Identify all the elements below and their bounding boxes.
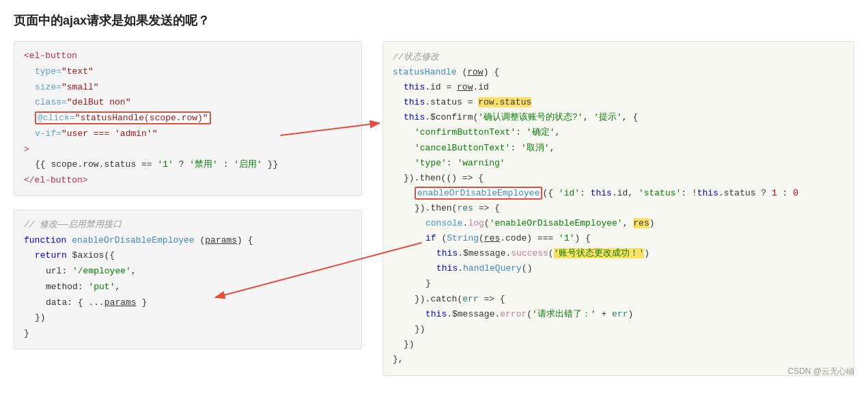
- r-line-16: this.$message.error('请求出错了：' + err): [393, 307, 844, 322]
- code-line-4: class="delBut non": [24, 95, 352, 111]
- r-line-18: }): [393, 337, 844, 352]
- r-line-6: 'cancelButtonText': '取消',: [393, 141, 844, 156]
- watermark: CSDN @云无心岫: [787, 366, 854, 377]
- r-line-19: },: [393, 352, 844, 367]
- r-line-17: }): [393, 322, 844, 337]
- content-area: <el-button type="text" size="small" clas…: [14, 41, 854, 376]
- left-bottom-code: // 修改——启用禁用接口 function enableOrDisableEm…: [14, 210, 362, 349]
- left-panel: <el-button type="text" size="small" clas…: [14, 41, 362, 376]
- page-title: 页面中的ajax请求是如果发送的呢？: [14, 12, 854, 29]
- code-line-2: type="text": [24, 64, 352, 80]
- r-comment: //状态修改: [393, 50, 844, 65]
- r-line-13: this.handleQuery(): [393, 261, 844, 276]
- code-line-6: v-if="user === 'admin'": [24, 126, 352, 142]
- code-line-8: {{ scope.row.status == '1' ? '禁用' : '启用'…: [24, 157, 352, 173]
- code-line-9: </el-button>: [24, 173, 352, 189]
- r-line-7: 'type': 'warning': [393, 156, 844, 171]
- fn-line-7: }: [24, 326, 352, 342]
- code-line-3: size="small": [24, 80, 352, 96]
- r-line-3: this.status = row.status: [393, 95, 844, 110]
- r-line-12: this.$message.success('账号状态更改成功！'): [393, 246, 844, 261]
- page-container: 页面中的ajax请求是如果发送的呢？ <el-button type="text…: [0, 0, 868, 383]
- r-line-4: this.$confirm('确认调整该账号的状态?', '提示', {: [393, 110, 844, 125]
- fn-line-1: function enableOrDisableEmployee (params…: [24, 233, 352, 249]
- code-line-5: @click="statusHandle(scope.row)": [24, 111, 352, 126]
- r-line-14: }: [393, 276, 844, 291]
- r-line-11: if (String(res.code) === '1') {: [393, 231, 844, 246]
- r-line-5: 'confirmButtonText': '确定',: [393, 125, 844, 140]
- right-panel: //状态修改 statusHandle (row) { this.id = ro…: [362, 41, 854, 376]
- r-line-9: enableOrDisableEmployee({ 'id': this.id,…: [393, 186, 844, 216]
- r-line-10: console.log('enableOrDisableEmployee', r…: [393, 216, 844, 231]
- fn-line-2: return $axios({: [24, 248, 352, 264]
- fn-line-5: data: { ...params }: [24, 295, 352, 311]
- r-line-1: statusHandle (row) {: [393, 65, 844, 80]
- code-line-7: >: [24, 142, 352, 158]
- left-top-code: <el-button type="text" size="small" clas…: [14, 41, 362, 196]
- fn-line-6: }): [24, 310, 352, 326]
- r-line-2: this.id = row.id: [393, 80, 844, 95]
- fn-line-3: url: '/employee',: [24, 264, 352, 280]
- right-code: //状态修改 statusHandle (row) { this.id = ro…: [382, 41, 854, 376]
- comment-line: // 修改——启用禁用接口: [24, 217, 352, 233]
- code-line-1: <el-button: [24, 49, 352, 64]
- r-line-15: }).catch(err => {: [393, 292, 844, 307]
- r-line-8: }).then(() => {: [393, 171, 844, 186]
- fn-line-4: method: 'put',: [24, 280, 352, 295]
